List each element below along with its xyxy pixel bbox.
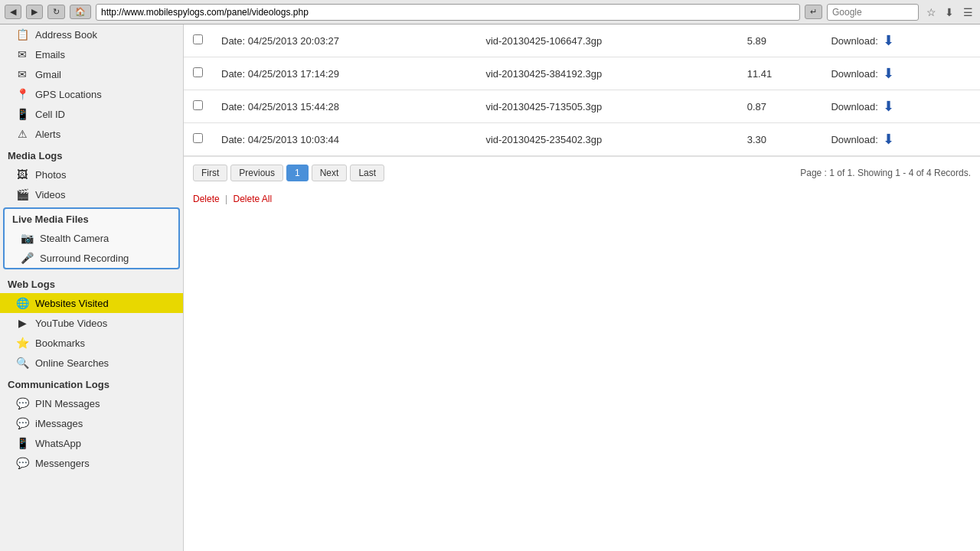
row-date: Date: 04/25/2013 10:03:44 <box>212 123 476 156</box>
sidebar-item-emails[interactable]: ✉ Emails <box>0 44 183 64</box>
refresh-button[interactable]: ↻ <box>47 5 65 19</box>
sidebar-item-whatsapp[interactable]: 📱 WhatsApp <box>0 433 183 453</box>
sidebar-item-label: Bookmarks <box>35 337 85 349</box>
sidebar-item-label: Surround Recording <box>40 253 129 264</box>
download-label: Download: <box>831 35 877 47</box>
sidebar-item-alerts[interactable]: ⚠ Alerts <box>0 124 183 144</box>
sidebar-item-stealth-camera[interactable]: 📷 Stealth Camera <box>5 228 178 248</box>
sidebar-item-websites-visited[interactable]: 🌐 Websites Visited <box>0 293 183 313</box>
next-page-button[interactable]: Next <box>312 165 348 181</box>
media-logs-label: Media Logs <box>0 144 183 165</box>
content-area: Date: 04/25/2013 20:03:27 vid-20130425-1… <box>184 24 980 551</box>
row-filename: vid-20130425-713505.3gp <box>476 90 737 123</box>
sidebar-item-imessages[interactable]: 💬 iMessages <box>0 413 183 433</box>
sidebar-item-label: Emails <box>35 49 65 60</box>
live-media-files-section: Live Media Files 📷 Stealth Camera 🎤 Surr… <box>3 207 180 269</box>
page-info: Page : 1 of 1. Showing 1 - 4 of 4 Record… <box>800 168 971 178</box>
row-filename: vid-20130425-235402.3gp <box>476 123 737 156</box>
forward-button[interactable]: ▶ <box>26 5 43 19</box>
row-checkbox-cell[interactable] <box>184 24 212 57</box>
go-button[interactable]: ↵ <box>805 5 822 19</box>
sidebar-item-bookmarks[interactable]: ⭐ Bookmarks <box>0 333 183 353</box>
sidebar-item-online-searches[interactable]: 🔍 Online Searches <box>0 353 183 373</box>
row-download-cell: Download: ⬇ <box>822 90 980 123</box>
imessages-icon: 💬 <box>15 417 29 429</box>
row-checkbox[interactable] <box>193 133 203 143</box>
home-button[interactable]: 🏠 <box>70 5 91 19</box>
table-row: Date: 04/25/2013 10:03:44 vid-20130425-2… <box>184 123 980 156</box>
bookmarks-icon: ⭐ <box>15 337 29 349</box>
cell-id-icon: 📱 <box>15 108 29 120</box>
messengers-icon: 💬 <box>15 457 29 469</box>
gmail-icon: ✉ <box>15 68 29 80</box>
row-checkbox[interactable] <box>193 100 203 110</box>
search-bar[interactable] <box>827 4 919 21</box>
previous-page-button[interactable]: Previous <box>230 165 283 181</box>
delete-link[interactable]: Delete <box>193 194 220 204</box>
current-page-button[interactable]: 1 <box>286 165 309 181</box>
sidebar-item-label: Photos <box>35 169 66 181</box>
pagination-bar: First Previous 1 Next Last Page : 1 of 1… <box>184 156 980 189</box>
sidebar-item-cell-id[interactable]: 📱 Cell ID <box>0 104 183 124</box>
download-button[interactable]: ⬇ <box>883 32 894 49</box>
row-filename: vid-20130425-106647.3gp <box>476 24 737 57</box>
row-download-cell: Download: ⬇ <box>822 57 980 90</box>
back-button[interactable]: ◀ <box>5 5 21 19</box>
sidebar-item-label: Address Book <box>35 29 97 41</box>
sidebar-item-label: GPS Locations <box>35 89 102 100</box>
row-download-cell: Download: ⬇ <box>822 24 980 57</box>
surround-recording-icon: 🎤 <box>20 252 34 264</box>
menu-icon[interactable]: ☰ <box>960 5 975 20</box>
row-checkbox-cell[interactable] <box>184 123 212 156</box>
sidebar-item-label: Messengers <box>35 458 90 469</box>
alerts-icon: ⚠ <box>15 128 29 140</box>
live-media-label: Live Media Files <box>5 209 178 228</box>
websites-visited-icon: 🌐 <box>15 297 29 309</box>
row-date: Date: 04/25/2013 20:03:27 <box>212 24 476 57</box>
sidebar-item-youtube-videos[interactable]: ▶ YouTube Videos <box>0 313 183 333</box>
last-page-button[interactable]: Last <box>350 165 384 181</box>
pin-messages-icon: 💬 <box>15 397 29 409</box>
videos-icon: 🎬 <box>15 188 29 201</box>
download-manager-icon[interactable]: ⬇ <box>942 5 957 20</box>
sidebar-item-label: WhatsApp <box>35 438 81 449</box>
video-table: Date: 04/25/2013 20:03:27 vid-20130425-1… <box>184 24 980 156</box>
sidebar-item-messengers[interactable]: 💬 Messengers <box>0 453 183 473</box>
sidebar-section-web-logs: Web Logs 🌐 Websites Visited ▶ YouTube Vi… <box>0 272 183 373</box>
separator: | <box>225 194 227 204</box>
address-book-icon: 📋 <box>15 28 29 41</box>
download-button[interactable]: ⬇ <box>883 65 894 82</box>
sidebar-item-videos[interactable]: 🎬 Videos <box>0 184 183 204</box>
sidebar-item-photos[interactable]: 🖼 Photos <box>0 165 183 184</box>
row-filename: vid-20130425-384192.3gp <box>476 57 737 90</box>
download-button[interactable]: ⬇ <box>883 131 894 148</box>
web-logs-label: Web Logs <box>0 272 183 293</box>
sidebar-item-label: Online Searches <box>35 357 109 369</box>
row-checkbox-cell[interactable] <box>184 90 212 123</box>
sidebar-item-surround-recording[interactable]: 🎤 Surround Recording <box>5 248 178 268</box>
sidebar-item-label: Gmail <box>35 69 61 80</box>
photos-icon: 🖼 <box>15 168 29 181</box>
bookmark-icon[interactable]: ☆ <box>923 5 939 20</box>
row-checkbox-cell[interactable] <box>184 57 212 90</box>
row-checkbox[interactable] <box>193 34 203 44</box>
sidebar-item-label: Stealth Camera <box>40 233 109 244</box>
row-checkbox[interactable] <box>193 67 203 77</box>
sidebar: 📋 Address Book ✉ Emails ✉ Gmail 📍 GPS Lo… <box>0 24 184 551</box>
download-label: Download: <box>831 101 877 112</box>
sidebar-item-address-book[interactable]: 📋 Address Book <box>0 24 183 44</box>
whatsapp-icon: 📱 <box>15 437 29 449</box>
sidebar-item-gps-locations[interactable]: 📍 GPS Locations <box>0 84 183 104</box>
sidebar-item-label: Cell ID <box>35 109 65 120</box>
communication-logs-label: Communication Logs <box>0 373 183 393</box>
row-size: 0.87 <box>738 90 822 123</box>
sidebar-item-gmail[interactable]: ✉ Gmail <box>0 64 183 84</box>
row-size: 11.41 <box>738 57 822 90</box>
online-searches-icon: 🔍 <box>15 357 29 369</box>
address-bar[interactable] <box>96 4 800 21</box>
table-row: Date: 04/25/2013 20:03:27 vid-20130425-1… <box>184 24 980 57</box>
download-button[interactable]: ⬇ <box>883 98 894 115</box>
sidebar-item-pin-messages[interactable]: 💬 PIN Messages <box>0 393 183 413</box>
first-page-button[interactable]: First <box>193 165 227 181</box>
delete-all-link[interactable]: Delete All <box>234 194 273 204</box>
